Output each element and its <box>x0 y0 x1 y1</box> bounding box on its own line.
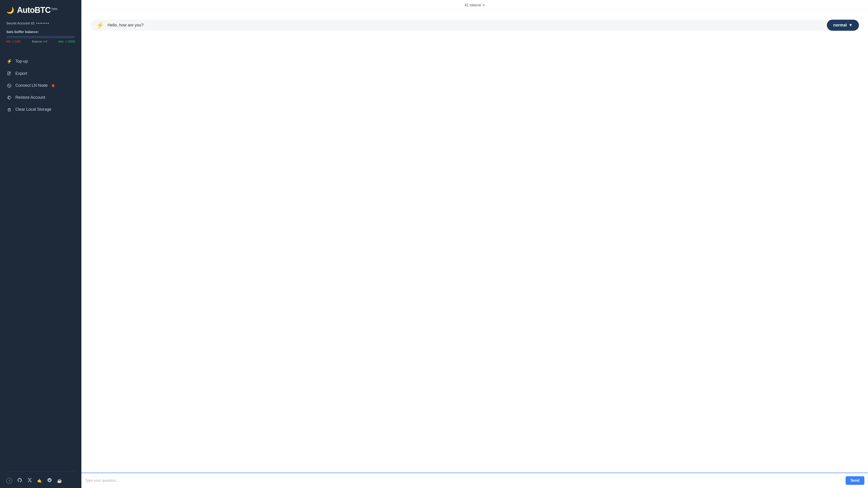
restore-icon <box>6 95 12 100</box>
clear-storage-icon <box>6 107 12 112</box>
export-label: Export <box>16 71 27 76</box>
clear-storage-label: Clear Local Storage <box>16 107 51 112</box>
beta-badge: beta <box>52 7 57 11</box>
first-message-area: ⚡ normal ▼ <box>86 16 864 33</box>
export-icon <box>6 71 12 76</box>
export-svg <box>7 71 11 76</box>
send-button[interactable]: Send <box>846 476 864 485</box>
model-arrow: ▼ <box>848 23 852 28</box>
nav-item-clear-storage[interactable]: Clear Local Storage <box>0 103 81 116</box>
coffee-icon[interactable]: ☕ <box>57 478 62 483</box>
logo-name: AutoBTC <box>17 5 51 15</box>
connect-ln-icon <box>6 84 12 88</box>
github-icon[interactable] <box>17 478 22 484</box>
connect-ln-label: Connect LN Node <box>16 83 48 88</box>
topup-icon: ⚡ <box>6 59 12 64</box>
main-content: 41 tokens/ ≡ ⚡ normal ▼ Send <box>81 0 868 488</box>
telegram-icon[interactable] <box>47 478 52 484</box>
secret-id-label: Secret Account ID: <box>6 21 35 25</box>
sats-section: Sats buffer balance: Min. ≡ 1000 Balance… <box>6 30 75 43</box>
balance-max: Max. ≡ 10000 <box>59 40 75 43</box>
nav-item-export[interactable]: Export <box>0 68 81 79</box>
twitter-icon[interactable] <box>27 478 32 484</box>
sidebar-nav: ⚡ Top-up Export <box>0 51 81 470</box>
sidebar-top: 🌙 AutoBTCbeta Secret Account ID: •••••••… <box>0 0 81 51</box>
telegram-svg <box>47 478 52 483</box>
sidebar-divider <box>6 471 75 472</box>
nostr-icon[interactable]: 🤙 <box>37 478 42 483</box>
help-icon[interactable]: ? <box>6 478 12 484</box>
model-name: normal <box>833 23 847 28</box>
restore-svg <box>7 95 11 100</box>
model-select-button[interactable]: normal ▼ <box>827 20 859 31</box>
chat-input-bar: Send <box>81 473 868 488</box>
github-svg <box>17 478 22 483</box>
main-header: 41 tokens/ ≡ <box>81 0 868 11</box>
secret-id-value: •••••••• <box>36 21 49 25</box>
sidebar: 🌙 AutoBTCbeta Secret Account ID: •••••••… <box>0 0 81 488</box>
balance-current: Balance: ≡ 0 <box>32 40 47 43</box>
tokens-count: 41 tokens/ <box>465 3 481 7</box>
ln-svg <box>7 84 11 88</box>
nav-item-restore[interactable]: Restore Account <box>0 92 81 103</box>
restore-label: Restore Account <box>16 95 45 100</box>
secret-id-row: Secret Account ID: •••••••• <box>6 21 75 25</box>
trash-svg <box>7 107 11 112</box>
ln-status-dot <box>52 84 55 87</box>
tokens-label: 41 tokens/ ≡ <box>465 3 485 7</box>
balance-min: Min. ≡ 1000 <box>6 40 21 43</box>
app-logo: AutoBTCbeta <box>17 5 57 15</box>
sats-progress-bar <box>6 36 75 38</box>
chat-avatar: ⚡ <box>95 20 105 30</box>
moon-icon: 🌙 <box>6 6 14 14</box>
chat-area[interactable]: ⚡ normal ▼ <box>81 11 868 473</box>
topup-label: Top-up <box>16 59 28 64</box>
message-input-display[interactable] <box>105 20 827 31</box>
balance-row: Min. ≡ 1000 Balance: ≡ 0 Max. ≡ 10000 <box>6 40 75 43</box>
svg-rect-7 <box>8 109 10 111</box>
sats-label: Sats buffer balance: <box>6 30 75 34</box>
chat-input-wrapper: Send <box>81 473 868 488</box>
twitter-svg <box>27 478 32 483</box>
nav-item-connect-ln[interactable]: Connect LN Node <box>0 79 81 92</box>
logo-row: 🌙 AutoBTCbeta <box>6 5 75 15</box>
tokens-icon: ≡ <box>483 3 485 7</box>
chat-input[interactable] <box>85 477 843 484</box>
model-bar: ⚡ normal ▼ <box>90 20 859 31</box>
nav-item-topup[interactable]: ⚡ Top-up <box>0 55 81 68</box>
sidebar-footer: ? 🤙 ☕ <box>0 474 81 488</box>
